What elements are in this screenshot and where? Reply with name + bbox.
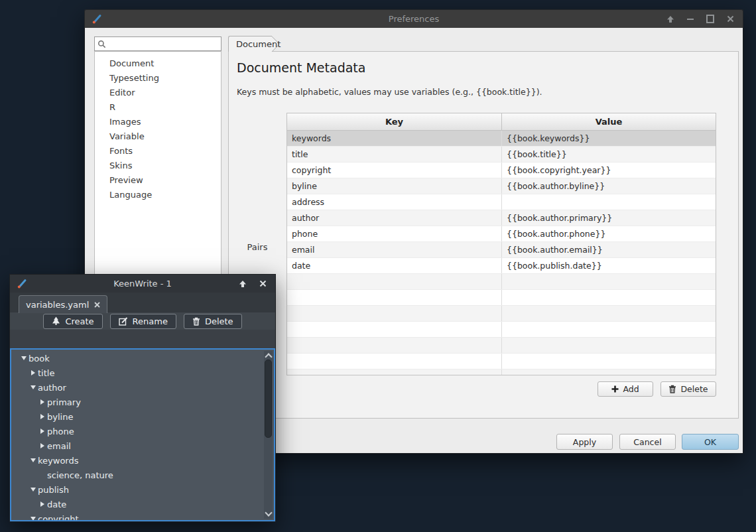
sidebar-item-editor[interactable]: Editor — [95, 86, 221, 100]
tree-scrollbar[interactable] — [264, 351, 273, 519]
table-row[interactable]: byline {{book.author.byline}} — [287, 178, 716, 194]
keenwrite-titlebar[interactable]: KeenWrite - 1 — [9, 274, 276, 293]
desktop: Preferences Document T — [0, 0, 756, 532]
value-cell: {{book.publish.date}} — [502, 258, 716, 273]
table-row[interactable]: date {{book.publish.date}} — [287, 258, 716, 274]
column-header-key[interactable]: Key — [287, 113, 502, 130]
delete-button[interactable]: Delete — [661, 381, 716, 397]
column-header-value[interactable]: Value — [502, 113, 716, 130]
key-cell: phone — [287, 226, 502, 241]
window-controls — [666, 15, 743, 23]
document-settings-panel: Document Metadata Keys must be alphabeti… — [228, 51, 739, 419]
apply-button-label: Apply — [573, 437, 596, 447]
sidebar-item-typesetting[interactable]: Typesetting — [95, 71, 221, 86]
tab-document[interactable]: Document — [228, 36, 272, 52]
delete-button[interactable]: Delete — [184, 314, 242, 329]
tab-close-icon[interactable] — [94, 302, 100, 308]
table-row-empty[interactable] — [287, 274, 716, 290]
close-icon[interactable] — [726, 15, 734, 23]
table-row[interactable]: copyright {{book.copyright.year}} — [287, 163, 716, 178]
tree-item-publish[interactable]: publish — [11, 482, 274, 497]
table-row-empty[interactable] — [287, 338, 716, 354]
table-row[interactable]: email {{book.author.email}} — [287, 242, 716, 258]
scroll-down-icon[interactable] — [265, 509, 272, 516]
sidebar-item-variable[interactable]: Variable — [95, 129, 221, 144]
expand-arrow-icon[interactable] — [38, 429, 46, 434]
sidebar-item-images[interactable]: Images — [95, 115, 221, 129]
scrollbar-thumb[interactable] — [265, 360, 272, 438]
rename-button[interactable]: Rename — [110, 314, 176, 329]
sidebar-item-document[interactable]: Document — [95, 56, 221, 71]
keenwrite-window: KeenWrite - 1 variables.yaml — [9, 274, 276, 522]
minimize-icon[interactable] — [686, 15, 694, 23]
restore-icon[interactable] — [666, 15, 674, 23]
sidebar-item-language[interactable]: Language — [95, 188, 221, 202]
add-icon — [611, 385, 619, 393]
tree-item-keywords[interactable]: keywords — [11, 453, 274, 468]
tree-item-book[interactable]: book — [11, 351, 274, 366]
tree-item-title[interactable]: title — [11, 366, 274, 380]
window-title: Preferences — [85, 14, 743, 24]
collapse-arrow-icon[interactable] — [29, 385, 37, 389]
tree-item-primary[interactable]: primary — [11, 395, 274, 409]
expand-arrow-icon[interactable] — [38, 443, 46, 448]
tree-item-keywords-value[interactable]: science, nature — [11, 468, 274, 482]
add-button[interactable]: Add — [598, 381, 653, 397]
apply-button[interactable]: Apply — [556, 434, 613, 450]
table-row-empty[interactable] — [287, 290, 716, 306]
tree-item-author[interactable]: author — [11, 380, 274, 395]
key-cell: keywords — [287, 131, 502, 146]
table-row[interactable]: author {{book.author.primary}} — [287, 210, 716, 226]
tree-item-byline[interactable]: byline — [11, 409, 274, 424]
table-row-empty[interactable] — [287, 306, 716, 322]
table-row[interactable]: keywords {{book.keywords}} — [287, 131, 716, 147]
sidebar-item-r[interactable]: R — [95, 100, 221, 115]
close-icon[interactable] — [259, 280, 267, 288]
table-row[interactable]: phone {{book.author.phone}} — [287, 226, 716, 242]
sidebar-item-skins[interactable]: Skins — [95, 159, 221, 173]
create-button[interactable]: Create — [43, 314, 102, 329]
expand-arrow-icon[interactable] — [38, 414, 46, 419]
rename-button-label: Rename — [133, 316, 168, 326]
sidebar-item-fonts[interactable]: Fonts — [95, 144, 221, 159]
expand-arrow-icon[interactable] — [38, 399, 46, 405]
table-row-empty[interactable] — [287, 322, 716, 338]
value-cell — [502, 354, 716, 369]
ok-button-label: OK — [704, 437, 716, 447]
key-cell — [287, 369, 502, 375]
expand-arrow-icon[interactable] — [29, 370, 37, 375]
key-cell: author — [287, 210, 502, 226]
key-cell — [287, 322, 502, 337]
key-cell: date — [287, 258, 502, 273]
maximize-icon[interactable] — [706, 15, 714, 23]
window-title: KeenWrite - 1 — [10, 279, 275, 289]
tree-item-copyright[interactable]: copyright — [11, 511, 274, 521]
table-row-empty[interactable] — [287, 354, 716, 369]
collapse-arrow-icon[interactable] — [29, 458, 37, 462]
tree-item-phone[interactable]: phone — [11, 424, 274, 438]
table-row-empty[interactable] — [287, 369, 716, 375]
expand-arrow-icon[interactable] — [38, 501, 46, 507]
sidebar-search — [94, 36, 221, 51]
restore-icon[interactable] — [239, 280, 247, 288]
ok-button[interactable]: OK — [682, 434, 739, 450]
collapse-arrow-icon[interactable] — [29, 488, 37, 492]
collapse-arrow-icon[interactable] — [19, 356, 28, 360]
table-row[interactable]: address — [287, 194, 716, 210]
pairs-label: Pairs — [234, 242, 281, 252]
tree-item-email[interactable]: email — [11, 438, 274, 453]
key-cell — [287, 306, 502, 321]
search-input[interactable] — [106, 38, 218, 49]
app-paintbrush-icon — [92, 14, 102, 25]
collapse-arrow-icon[interactable] — [29, 517, 37, 521]
preferences-titlebar[interactable]: Preferences — [84, 9, 743, 28]
create-button-label: Create — [65, 316, 94, 326]
key-cell: title — [287, 147, 502, 162]
tab-variables-yaml[interactable]: variables.yaml — [19, 295, 107, 313]
table-row[interactable]: title {{book.title}} — [287, 147, 716, 163]
value-cell: {{book.author.primary}} — [502, 210, 716, 226]
cancel-button[interactable]: Cancel — [619, 434, 676, 450]
tree-item-date[interactable]: date — [11, 497, 274, 511]
key-cell: byline — [287, 178, 502, 194]
sidebar-item-preview[interactable]: Preview — [95, 173, 221, 188]
